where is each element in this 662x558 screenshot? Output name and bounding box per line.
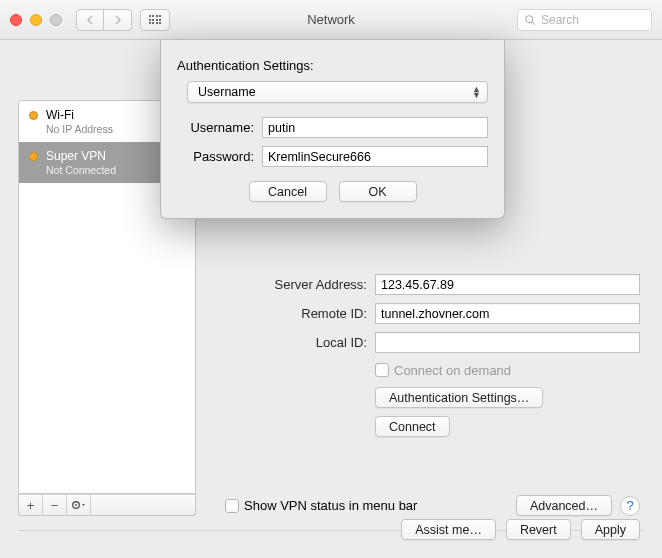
cancel-button[interactable]: Cancel: [249, 181, 327, 202]
popup-arrows-icon: ▲▼: [472, 86, 481, 98]
help-button[interactable]: ?: [620, 496, 640, 516]
service-name: Super VPN: [46, 149, 116, 164]
add-service-button[interactable]: +: [19, 495, 43, 515]
connect-on-demand-label: Connect on demand: [394, 363, 511, 378]
svg-point-0: [526, 15, 533, 22]
nav-segment: [76, 9, 132, 31]
show-vpn-status-label: Show VPN status in menu bar: [244, 498, 417, 513]
connect-on-demand-checkbox[interactable]: [375, 363, 389, 377]
username-input[interactable]: [262, 117, 488, 138]
service-status: Not Connected: [46, 164, 116, 176]
search-placeholder: Search: [541, 13, 579, 27]
server-address-input[interactable]: [375, 274, 640, 295]
show-vpn-status-checkbox[interactable]: [225, 499, 239, 513]
footer-buttons: Assist me… Revert Apply: [401, 519, 640, 540]
back-button[interactable]: [76, 9, 104, 31]
titlebar: Network Search: [0, 0, 662, 40]
advanced-button[interactable]: Advanced…: [516, 495, 612, 516]
password-input[interactable]: [262, 146, 488, 167]
username-label: Username:: [177, 120, 262, 135]
revert-button[interactable]: Revert: [506, 519, 571, 540]
zoom-window-button: [50, 14, 62, 26]
auth-method-popup[interactable]: Username ▲▼: [187, 81, 488, 103]
ok-button[interactable]: OK: [339, 181, 417, 202]
sidebar-footer: + −: [18, 494, 196, 516]
remote-id-label: Remote ID:: [225, 306, 375, 321]
sheet-title: Authentication Settings:: [177, 58, 488, 73]
assist-me-button[interactable]: Assist me…: [401, 519, 496, 540]
remove-service-button[interactable]: −: [43, 495, 67, 515]
vpn-settings: Server Address: Remote ID: Local ID: Con…: [225, 274, 640, 445]
local-id-label: Local ID:: [225, 335, 375, 350]
close-window-button[interactable]: [10, 14, 22, 26]
show-all-button[interactable]: [140, 9, 170, 31]
remote-id-input[interactable]: [375, 303, 640, 324]
connect-button[interactable]: Connect: [375, 416, 450, 437]
auth-settings-sheet: Authentication Settings: Username ▲▼ Use…: [160, 40, 505, 219]
auth-settings-button[interactable]: Authentication Settings…: [375, 387, 543, 408]
local-id-input[interactable]: [375, 332, 640, 353]
svg-line-1: [532, 21, 535, 24]
service-status: No IP Address: [46, 123, 113, 135]
search-field[interactable]: Search: [517, 9, 652, 31]
service-name: Wi-Fi: [46, 108, 113, 123]
status-dot-icon: [29, 152, 38, 161]
service-actions-button[interactable]: [67, 495, 91, 515]
svg-point-3: [75, 504, 77, 506]
apply-button[interactable]: Apply: [581, 519, 640, 540]
gear-icon: [71, 499, 87, 511]
window-controls: [10, 14, 62, 26]
chevron-left-icon: [86, 15, 94, 25]
chevron-right-icon: [114, 15, 122, 25]
bottom-row: Show VPN status in menu bar Advanced… ?: [225, 495, 640, 516]
search-icon: [524, 14, 536, 26]
status-dot-icon: [29, 111, 38, 120]
server-address-label: Server Address:: [225, 277, 375, 292]
grid-icon: [149, 15, 162, 24]
minimize-window-button[interactable]: [30, 14, 42, 26]
forward-button[interactable]: [104, 9, 132, 31]
auth-method-value: Username: [198, 85, 256, 99]
password-label: Password:: [177, 149, 262, 164]
